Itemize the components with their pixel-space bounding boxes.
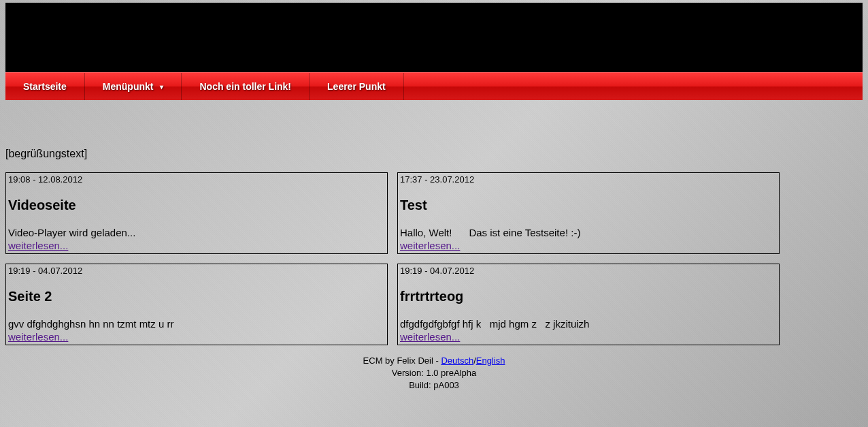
lang-link-de[interactable]: Deutsch [441,355,473,366]
card-timestamp: 19:19 - 04.07.2012 [6,264,387,276]
nav-item-label: Startseite [23,81,67,92]
nav-item-label: Noch ein toller Link! [199,81,291,92]
card-title: frrtrtrteog [398,276,779,304]
read-more-link[interactable]: weiterlesen... [6,238,70,253]
nav-item-2[interactable]: Noch ein toller Link! [182,73,310,100]
card-title: Test [398,185,779,213]
card-timestamp: 19:08 - 12.08.2012 [6,173,387,185]
nav-item-label: Leerer Punkt [327,81,386,92]
article-grid: 19:08 - 12.08.2012VideoseiteVideo-Player… [5,172,863,345]
nav-item-1[interactable]: Menüpunkt▾ [85,73,182,100]
lang-link-en[interactable]: English [476,355,505,366]
footer: ECM by Felix Deil - Deutsch/English Vers… [0,355,868,392]
article-card: 19:19 - 04.07.2012Seite 2gvv dfghdghghsn… [5,264,388,345]
article-card: 19:08 - 12.08.2012VideoseiteVideo-Player… [5,172,388,254]
card-title: Videoseite [6,185,387,213]
nav-item-0[interactable]: Startseite [5,73,85,100]
article-card: 19:19 - 04.07.2012frrtrtrteogdfgdfgdfgbf… [397,264,780,345]
read-more-link[interactable]: weiterlesen... [398,330,462,345]
nav-dot-icon [80,69,83,72]
card-body: gvv dfghdghghsn hn nn tzmt mtz u rr [6,304,387,330]
card-body: dfgdfgdfgbfgf hfj k mjd hgm z z jkzituiz… [398,304,779,330]
read-more-link[interactable]: weiterlesen... [6,330,70,345]
card-timestamp: 17:37 - 23.07.2012 [398,173,779,185]
nav-item-3[interactable]: Leerer Punkt [310,73,404,100]
footer-version: Version: 1.0 preAlpha [0,367,868,379]
card-title: Seite 2 [6,276,387,304]
nav-dot-icon [304,69,307,72]
article-card: 17:37 - 23.07.2012TestHallo, Welt! Das i… [397,172,780,254]
footer-credits: ECM by Felix Deil - [363,355,441,366]
nav-item-label: Menüpunkt [103,81,154,92]
card-timestamp: 19:19 - 04.07.2012 [398,264,779,276]
footer-build: Build: pA003 [0,379,868,392]
read-more-link[interactable]: weiterlesen... [398,238,462,253]
header-banner [5,3,863,72]
card-body: Video-Player wird geladen... [6,213,387,238]
card-body: Hallo, Welt! Das ist eine Testseite! :-) [398,213,779,238]
main-nav: StartseiteMenüpunkt▾Noch ein toller Link… [5,72,863,100]
greeting-text: [begrüßungstext] [5,148,863,160]
chevron-down-icon: ▾ [160,83,163,91]
